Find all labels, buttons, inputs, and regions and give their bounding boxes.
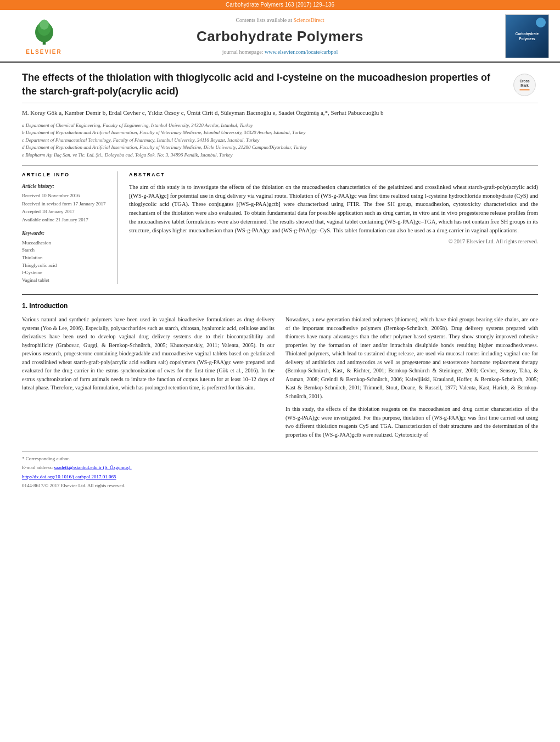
sciencedirect-label: Contents lists available at ScienceDirec… [77,16,483,24]
email-label: E-mail address: [22,465,53,470]
affiliation-e: e Biopharm Aşı İlaç San. ve Tic. Ltd. Şt… [22,152,538,159]
article-info-header: ARTICLE INFO [22,171,109,178]
corresponding-note: * Corresponding author. [22,455,538,462]
doi-link[interactable]: http://dx.doi.org/10.1016/j.carbpol.2017… [22,473,538,481]
authors: M. Koray Gök a, Kamber Demir b, Erdal Ce… [22,109,538,117]
article-info-abstract-section: ARTICLE INFO Article history: Received 1… [22,165,538,284]
elsevier-logo-area: ELSEVIER [11,17,77,56]
affiliations: a Department of Chemical Engineering, Fa… [22,122,538,159]
available-online-date: Available online 21 January 2017 [22,216,109,224]
keyword-1: Mucoadhesion [22,239,109,247]
body-two-col: Various natural and synthetic polymers h… [22,315,538,443]
section1-title: 1. Introduction [22,302,538,311]
journal-citation-bar: Carbohydrate Polymers 163 (2017) 129–136 [0,0,560,10]
elsevier-logo: ELSEVIER [26,17,61,56]
svg-text:Cross: Cross [519,79,529,83]
received-date: Received 10 November 2016 [22,192,109,199]
email-link[interactable]: saadetk@istanbul.edu.tr (S. Özgümüş). [54,465,131,470]
article-history: Article history: Received 10 November 20… [22,183,109,224]
affiliation-c: c Department of Pharmaceutical Technolog… [22,137,538,144]
keyword-6: Vaginal tablet [22,277,109,284]
article-history-label: Article history: [22,183,109,190]
keyword-3: Thiolation [22,254,109,261]
footer-copyright: 0144-8617/© 2017 Elsevier Ltd. All right… [22,482,538,489]
cover-text: CarbohydratePolymers [516,31,539,41]
body-para-3: In this study, the effects of the thiola… [285,405,538,439]
accepted-date: Accepted 18 January 2017 [22,208,109,215]
homepage-link[interactable]: www.elsevier.com/locate/carbpol [265,49,338,55]
crossmark-icon: Cross Mark [512,72,537,97]
doi-anchor[interactable]: http://dx.doi.org/10.1016/j.carbpol.2017… [22,474,116,479]
article-title-section: The effects of the thiolation with thiog… [22,71,538,103]
abstract-copyright: © 2017 Elsevier Ltd. All rights reserved… [129,238,538,246]
sciencedirect-link[interactable]: ScienceDirect [293,17,324,23]
keywords-label: Keywords: [22,230,109,237]
body-section: 1. Introduction Various natural and synt… [22,294,538,443]
journal-citation: Carbohydrate Polymers 163 (2017) 129–136 [226,2,334,8]
page: Carbohydrate Polymers 163 (2017) 129–136… [0,0,560,742]
received-revised-date: Received in revised form 17 January 2017 [22,200,109,208]
journal-header: ELSEVIER Contents lists available at Sci… [0,10,560,63]
journal-title: Carbohydrate Polymers [77,26,483,46]
affiliation-a: a Department of Chemical Engineering, Fa… [22,122,538,130]
svg-point-3 [40,19,49,29]
body-col-2: Nowadays, a new generation thiolated pol… [285,315,538,443]
article-title: The effects of the thiolation with thiog… [22,71,502,98]
elsevier-tree-icon [29,17,59,47]
article-info-column: ARTICLE INFO Article history: Received 1… [22,171,118,284]
affiliation-b: b Department of Reproduction and Artific… [22,129,538,137]
svg-text:Mark: Mark [520,83,529,87]
journal-homepage: journal homepage: www.elsevier.com/locat… [77,48,483,56]
affiliation-d: d Department of Reproduction and Artific… [22,144,538,152]
keyword-4: Thioglycolic acid [22,262,109,269]
journal-cover-area: CarbohydratePolymers [483,14,549,58]
email-footnote: E-mail address: saadetk@istanbul.edu.tr … [22,464,538,471]
abstract-column: ABSTRACT The aim of this study is to inv… [129,171,538,284]
header-center: Contents lists available at ScienceDirec… [77,16,483,56]
journal-cover: CarbohydratePolymers [505,14,549,58]
article-content: The effects of the thiolation with thiog… [0,63,560,500]
keywords-section: Keywords: Mucoadhesion Starch Thiolation… [22,230,109,284]
footer-section: * Corresponding author. E-mail address: … [22,451,538,489]
keyword-5: l-Cysteine [22,269,109,276]
crossmark-logo[interactable]: Cross Mark [511,71,538,98]
abstract-text: The aim of this study is to investigate … [129,183,538,235]
abstract-header: ABSTRACT [129,171,538,178]
elsevier-text: ELSEVIER [26,48,61,56]
keyword-2: Starch [22,247,109,254]
body-para-2: Nowadays, a new generation thiolated pol… [285,315,538,400]
body-para-1: Various natural and synthetic polymers h… [22,315,275,392]
body-col-1: Various natural and synthetic polymers h… [22,315,275,443]
